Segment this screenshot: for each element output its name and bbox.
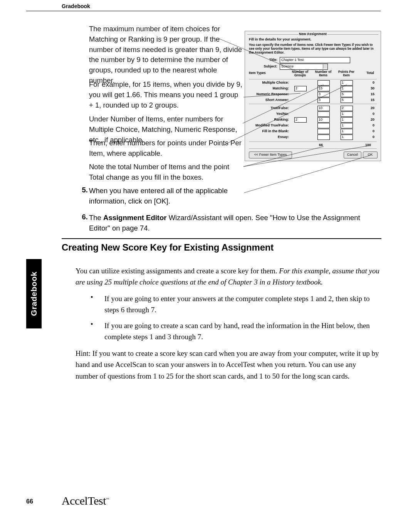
col-items: Number of Items <box>314 70 333 77</box>
bullet-icon: • <box>91 293 93 301</box>
bullet-icon: • <box>91 320 93 328</box>
row-total: 0 <box>365 81 374 84</box>
divider <box>249 148 377 149</box>
subject-label: Subject: <box>260 64 277 68</box>
col-itemtypes: Item Types <box>249 71 272 75</box>
items-input[interactable] <box>317 135 330 140</box>
row-label: Short Answer: <box>250 98 289 102</box>
items-input[interactable]: 15 <box>317 86 330 91</box>
col-total: Total <box>364 71 377 75</box>
list-item-text: If you are going to create a scan card b… <box>104 320 382 343</box>
title-label: Title: <box>260 58 277 62</box>
items-input[interactable] <box>317 80 330 86</box>
paragraph: The maximum number of item choices for M… <box>89 24 243 86</box>
ok-button[interactable]: OK <box>363 152 378 158</box>
subject-select[interactable]: Science <box>280 64 328 70</box>
row-total: 0 <box>365 112 374 116</box>
row-total: 15 <box>365 98 374 102</box>
step-number-5: 5. <box>77 186 88 194</box>
col-ppi: Points Per Item <box>337 70 356 77</box>
row-total: 30 <box>365 86 374 90</box>
groups-input[interactable]: 2 <box>294 86 307 91</box>
section-rule <box>62 238 381 239</box>
title-input[interactable]: Chapter 1 Test <box>280 57 350 63</box>
section-heading: Creating New Score Key for Existing Assi… <box>62 242 274 253</box>
row-total: 0 <box>365 129 374 133</box>
trademark-icon: ™ <box>106 497 109 501</box>
items-input[interactable]: 3 <box>317 98 330 103</box>
ppi-input[interactable]: 2 <box>341 106 353 111</box>
sum-total: 100 <box>365 143 371 147</box>
row-total: 0 <box>365 135 374 139</box>
ppi-input[interactable]: 1 <box>341 135 353 140</box>
row-label: Matching: <box>250 86 289 90</box>
row-label: True/False: <box>250 106 289 110</box>
page-number: 66 <box>26 498 33 505</box>
product-logo: AccelTest™ <box>62 494 109 507</box>
chapter-tab-label: Gradebook <box>29 271 39 316</box>
step-number-6: 6. <box>77 213 88 221</box>
items-input[interactable]: 10 <box>317 106 330 111</box>
items-input[interactable] <box>317 111 330 117</box>
groups-input[interactable]: 2 <box>294 117 307 123</box>
row-label: Modified True/False: <box>250 123 289 127</box>
text: You can utilize existing assignments and… <box>76 267 279 275</box>
running-header: Gradebook <box>62 3 90 9</box>
dialog-title: New Assignment <box>245 32 381 36</box>
row-total: 20 <box>365 106 374 110</box>
paragraph: You can utilize existing assignments and… <box>76 265 380 288</box>
dialog-instruction: Fill in the details for your assignment. <box>249 37 376 41</box>
row-label: Multiple Choice: <box>250 81 289 84</box>
list-item-text: If you are going to enter your answers a… <box>104 293 382 316</box>
ppi-input[interactable]: 1 <box>341 80 353 86</box>
ppi-input[interactable]: 1 <box>341 86 353 91</box>
row-label: Essay: <box>250 135 289 139</box>
new-assignment-dialog: New Assignment Fill in the details for y… <box>245 31 381 161</box>
chapter-tab: Gradebook <box>26 259 42 328</box>
ppi-input[interactable]: 1 <box>341 129 353 134</box>
ppi-input[interactable]: 1 <box>341 117 353 123</box>
row-total: 20 <box>365 118 374 121</box>
divider <box>249 79 377 79</box>
items-input[interactable]: 10 <box>317 117 330 123</box>
row-total: 15 <box>365 92 374 96</box>
ppi-input[interactable]: 1 <box>341 111 353 117</box>
items-input[interactable] <box>317 129 330 134</box>
hint-paragraph: Hint: If you want to create a score key … <box>76 348 380 382</box>
ppi-input[interactable]: 5 <box>341 98 353 103</box>
step-text-6: The Assignment Editor Wizard/Assistant w… <box>89 213 374 234</box>
paragraph: Then, enter numbers for points under Poi… <box>89 138 243 159</box>
ppi-input[interactable]: 5 <box>341 92 353 97</box>
divider <box>249 104 377 104</box>
sum-items: 66 <box>319 143 323 147</box>
text-bold: Assignment Editor <box>103 214 166 222</box>
logo-text: AccelTest <box>62 494 106 507</box>
row-total: 0 <box>365 123 374 127</box>
text: The <box>89 214 103 222</box>
row-label: Numeric Response: <box>250 92 289 96</box>
divider <box>249 141 377 142</box>
row-label: Yes/No: <box>250 112 289 116</box>
row-label: Fill in the Blank: <box>250 129 289 133</box>
step-text-5: When you have entered all of the applica… <box>89 186 243 207</box>
cancel-button[interactable]: Cancel <box>344 152 361 158</box>
paragraph: For example, for 15 items, when you divi… <box>89 79 243 110</box>
paragraph: Note the total Number of Items and the p… <box>89 162 243 183</box>
col-groups: Number of Groups <box>290 70 310 77</box>
fewer-item-types-button[interactable]: << Fewer Item Types <box>249 152 292 158</box>
header-rule <box>26 11 381 11</box>
items-input[interactable]: 3 <box>317 92 330 97</box>
dialog-subtext: You can specify the number of items now.… <box>249 43 376 55</box>
ppi-input[interactable]: 1 <box>341 123 353 128</box>
items-input[interactable] <box>317 123 330 128</box>
row-label: Ranking: <box>250 118 289 121</box>
